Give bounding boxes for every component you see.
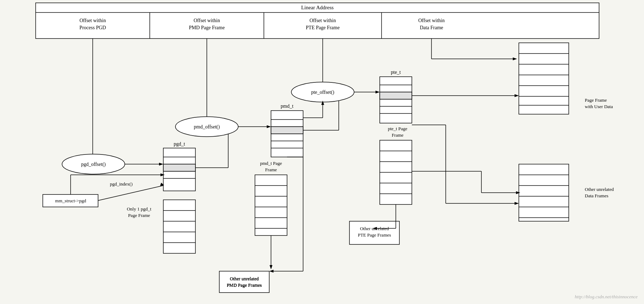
seg4-label2: Data Frame (420, 25, 443, 30)
svg-rect-68 (380, 92, 412, 99)
svg-rect-27 (163, 200, 195, 253)
svg-rect-58 (219, 271, 269, 293)
svg-rect-95 (519, 164, 569, 221)
other-pmd-label-text: Other unrelated (230, 276, 259, 281)
seg2-label2: PMD Page Frame (189, 25, 225, 30)
diagram-svg: Linear Address Offset within Process PGD… (0, 0, 644, 304)
seg2-label: Offset within (194, 18, 220, 23)
other-pmd-label-text2: PMD Page Frames (227, 282, 262, 288)
seg1-label2: Process PGD (80, 25, 106, 30)
other-data-label2: Data Frames (585, 193, 608, 198)
pmd-page-frame-label2: Frame (265, 167, 277, 172)
page-frame-user-label2: with User Data (585, 104, 613, 109)
svg-rect-62 (380, 77, 412, 123)
page-frame-user-label: Page Frame (585, 97, 607, 103)
seg3-label2: PTE Page Frame (306, 25, 340, 30)
pgd-page-frame-label: Only 1 pgd_t (127, 206, 152, 212)
svg-rect-44 (271, 127, 303, 134)
seg4-label: Offset within (418, 18, 445, 23)
other-pte-label2: PTE Page Frames (358, 232, 391, 238)
mm-struct-label: mm_struct->pgd (55, 198, 86, 203)
linear-address-label: Linear Address (301, 5, 333, 10)
seg3-label: Offset within (310, 18, 336, 23)
pte-page-frame-label: pte_t Page (388, 126, 408, 131)
pmd-t-label: pmd_t (281, 103, 293, 109)
pmd-offset-label: pmd_offset() (194, 124, 220, 130)
pte-offset-label: pte_offset() (311, 90, 334, 95)
diagram-container: Linear Address Offset within Process PGD… (0, 0, 644, 304)
pgd-index-label: pgd_index() (110, 181, 133, 187)
pgd-t-label: pgd_t (174, 141, 185, 147)
watermark: http://blog.csdn.net/thisinnocence (575, 294, 638, 300)
pte-t-label: pte_t (391, 70, 401, 75)
svg-rect-45 (255, 175, 287, 235)
svg-rect-23 (163, 164, 195, 171)
seg1-label: Offset within (80, 18, 106, 23)
pmd-page-frame-label: pmd_t Page (260, 161, 282, 166)
other-data-label: Other unrelated (585, 187, 614, 192)
pte-page-frame-label2: Frame (392, 132, 403, 138)
pgd-offset-label: pgd_offset() (81, 162, 106, 167)
pgd-page-frame-label2: Page Frame (128, 213, 150, 218)
